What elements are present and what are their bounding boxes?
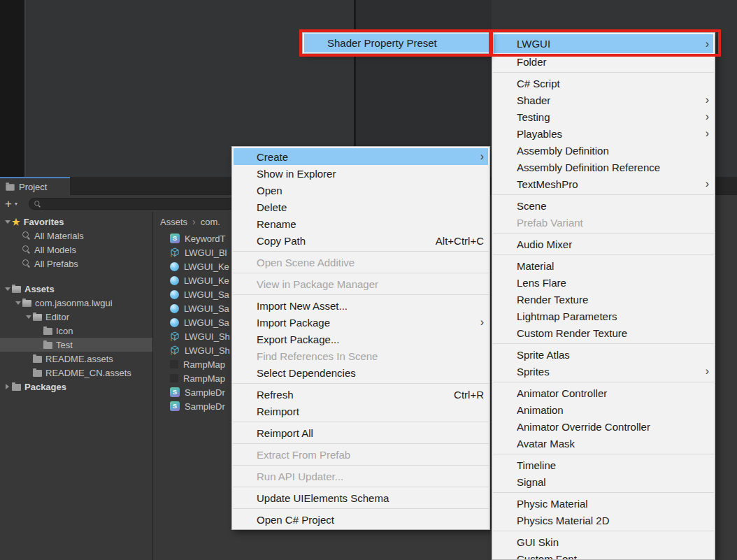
menu-item-label: C# Script (517, 78, 709, 89)
create-submenu-item-lightmap-parameters[interactable]: Lightmap Parameters (492, 308, 715, 324)
context-menu-separator (233, 273, 489, 273)
create-submenu-item-audio-mixer[interactable]: Audio Mixer (492, 236, 715, 252)
context-menu-item-extract-from-prefab[interactable]: Extract From Prefab (232, 446, 489, 463)
create-submenu-item-playables[interactable]: Playables› (492, 125, 715, 142)
favorites-star-icon: ★ (12, 217, 20, 227)
add-asset-button[interactable]: + (5, 198, 12, 210)
tree-item-label: Favorites (24, 217, 64, 227)
context-menu-item-reimport-all[interactable]: Reimport All (232, 424, 489, 441)
create-submenu-item-assembly-definition[interactable]: Assembly Definition (492, 142, 715, 159)
asset-name-label: RampMap (183, 373, 225, 384)
collapse-triangle-icon (3, 384, 12, 389)
submenu-arrow-icon: › (698, 366, 709, 377)
tree-item-all-materials[interactable]: All Materials (0, 229, 152, 243)
create-submenu-item-custom-render-texture[interactable]: Custom Render Texture (492, 324, 715, 341)
svg-text:{}: {} (170, 253, 176, 258)
context-menu-item-open-scene-additive[interactable]: Open Scene Additive (232, 254, 489, 271)
context-menu-item-open-c-project[interactable]: Open C# Project (232, 511, 489, 528)
create-submenu-item-custom-font[interactable]: Custom Font (492, 550, 715, 560)
create-submenu-item-scene[interactable]: Scene (492, 197, 715, 214)
create-submenu-item-physic-material[interactable]: Physic Material (492, 495, 715, 512)
context-menu-item-select-dependencies[interactable]: Select Dependencies (232, 364, 489, 381)
menu-item-label: Physic Material (517, 498, 709, 510)
create-submenu-item-c-script[interactable]: C# Script (492, 75, 715, 92)
tree-item-packages[interactable]: Packages (0, 380, 152, 394)
context-menu-item-view-in-package-manager[interactable]: View in Package Manager (232, 275, 489, 292)
context-menu-item-open[interactable]: Open (232, 182, 489, 199)
menu-item-label: Custom Render Texture (517, 327, 709, 339)
tree-item-readme-assets[interactable]: README.assets (0, 352, 152, 366)
tree-item-label: Icon (56, 326, 73, 336)
context-menu-item-run-api-updater[interactable]: Run API Updater... (232, 468, 489, 484)
context-menu-item-update-uielements-schema[interactable]: Update UIElements Schema (232, 489, 489, 506)
create-submenu-item-sprites[interactable]: Sprites› (492, 363, 715, 380)
open-folder-icon (12, 286, 21, 293)
create-submenu-item-render-texture[interactable]: Render Texture (492, 291, 715, 308)
tree-item-com-jasonma-lwgui[interactable]: com.jasonma.lwgui (0, 296, 152, 310)
material-sphere-icon (170, 318, 179, 327)
menu-item-label: Folder (517, 56, 709, 68)
create-submenu-item-animator-controller[interactable]: Animator Controller (492, 385, 715, 401)
context-menu-item-import-new-asset[interactable]: Import New Asset... (232, 297, 489, 314)
create-submenu-separator (493, 343, 714, 344)
menu-item-label: Copy Path (257, 235, 423, 247)
menu-item-label: Testing (517, 111, 698, 123)
svg-text:{}: {} (170, 337, 176, 342)
create-submenu-item-shader[interactable]: Shader› (492, 92, 715, 108)
create-submenu-item-testing[interactable]: Testing› (492, 108, 715, 125)
create-submenu-item-timeline[interactable]: Timeline (492, 457, 715, 473)
create-submenu-item-signal[interactable]: Signal (492, 473, 715, 490)
context-menu-item-create[interactable]: Create› (234, 148, 488, 165)
asset-name-label: LWGUI_Sa (184, 303, 229, 314)
context-menu-item-rename[interactable]: Rename (232, 215, 489, 232)
context-menu-item-export-package[interactable]: Export Package... (232, 331, 489, 347)
tree-item-favorites[interactable]: ★Favorites (0, 215, 152, 229)
tree-item-icon[interactable]: Icon (0, 324, 152, 338)
asset-name-label: LWGUI_Ke (184, 275, 229, 286)
menu-item-label: View in Package Manager (257, 278, 484, 290)
create-submenu-item-avatar-mask[interactable]: Avatar Mask (492, 435, 715, 452)
context-menu-item-reimport[interactable]: Reimport (232, 403, 489, 419)
context-menu-item-delete[interactable]: Delete (232, 199, 489, 215)
create-submenu-item-material[interactable]: Material (492, 257, 715, 274)
asset-name-label: LWGUI_Bl (185, 247, 227, 258)
svg-text:{}: {} (170, 351, 176, 356)
tree-item-assets[interactable]: Assets (0, 282, 152, 296)
shader-cube-icon: {} (170, 247, 180, 257)
tab-project-label: Project (19, 182, 47, 192)
context-menu-item-find-references-in-scene[interactable]: Find References In Scene (232, 347, 489, 364)
create-submenu-item-animator-override-controller[interactable]: Animator Override Controller (492, 418, 715, 435)
create-submenu-item-lens-flare[interactable]: Lens Flare (492, 274, 715, 291)
breadcrumb-item-assets[interactable]: Assets (160, 217, 187, 227)
tree-item-readme-cn-assets[interactable]: README_CN.assets (0, 366, 152, 380)
folder-icon (43, 328, 52, 335)
create-submenu-item-sprite-atlas[interactable]: Sprite Atlas (492, 346, 715, 363)
menu-item-label: Create (257, 151, 473, 163)
tab-project[interactable]: Project (0, 177, 70, 195)
create-submenu-item-animation[interactable]: Animation (492, 401, 715, 418)
context-menu-item-import-package[interactable]: Import Package› (232, 314, 489, 331)
menu-item-label: Assembly Definition (517, 145, 709, 157)
create-submenu-item-assembly-definition-reference[interactable]: Assembly Definition Reference (492, 159, 715, 175)
create-submenu-item-textmeshpro[interactable]: TextMeshPro› (492, 175, 715, 192)
tree-item-all-models[interactable]: All Models (0, 243, 152, 257)
tree-item-test[interactable]: Test (0, 338, 152, 352)
tree-item-label: README.assets (45, 354, 113, 364)
shader-cube-icon: {} (170, 345, 180, 355)
tree-item-editor[interactable]: Editor (0, 310, 152, 324)
asset-name-label: LWGUI_Ke (184, 261, 229, 272)
menu-item-label: Export Package... (257, 333, 484, 345)
create-submenu-item-gui-skin[interactable]: GUI Skin (492, 533, 715, 550)
context-menu-item-refresh[interactable]: RefreshCtrl+R (232, 386, 489, 403)
context-menu-item-copy-path[interactable]: Copy PathAlt+Ctrl+C (232, 232, 489, 249)
asset-name-label: LWGUI_Sa (184, 289, 229, 300)
breadcrumb-item-com[interactable]: com. (201, 217, 220, 227)
create-submenu-item-physics-material-2d[interactable]: Physics Material 2D (492, 512, 715, 529)
create-submenu-item-prefab-variant[interactable]: Prefab Variant (492, 214, 715, 231)
menu-item-label: Scene (517, 200, 709, 212)
menu-item-label: Open (257, 185, 484, 196)
asset-name-label: KeywordT (185, 234, 226, 244)
context-menu-item-show-in-explorer[interactable]: Show in Explorer (232, 165, 489, 182)
chevron-down-icon[interactable]: ▾ (15, 201, 17, 207)
tree-item-all-prefabs[interactable]: All Prefabs (0, 257, 152, 271)
